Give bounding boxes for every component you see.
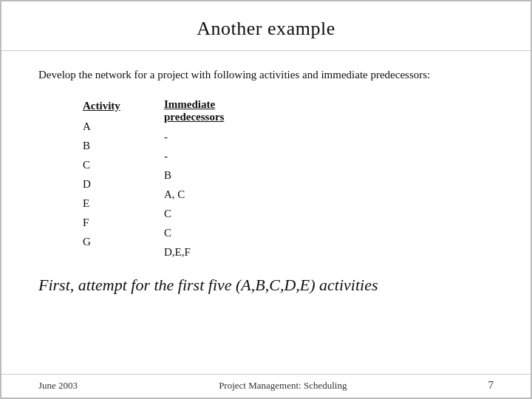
table-row: - [164, 127, 282, 146]
slide-title: Another example [1, 1, 531, 51]
footer-center: Project Management: Scheduling [219, 380, 347, 392]
table-row: F [83, 213, 164, 232]
table-row: E [83, 194, 164, 213]
intro-text: Develop the network for a project with f… [38, 67, 494, 83]
first-five-text: First, attempt for the first five (A,B,C… [38, 275, 494, 296]
footer-page: 7 [488, 379, 494, 392]
table-row: C [83, 155, 164, 174]
slide-footer: June 2003 Project Management: Scheduling… [1, 374, 531, 398]
activity-column: Activity ABCDEFG [83, 96, 164, 262]
slide: Another example Develop the network for … [0, 0, 532, 399]
immediate-col-header: Immediatepredecessors [164, 96, 282, 126]
table-row: A, C [164, 185, 282, 204]
activity-col-header: Activity [83, 96, 164, 115]
immediate-column: Immediatepredecessors --BA, CCCD,E,F [164, 96, 282, 262]
activity-table: Activity ABCDEFG Immediatepredecessors -… [83, 96, 494, 262]
table-row: C [164, 204, 282, 223]
table-row: G [83, 232, 164, 251]
table-row: D,E,F [164, 242, 282, 262]
table-row: D [83, 174, 164, 194]
table-row: C [164, 223, 282, 242]
table-row: B [83, 136, 164, 155]
table-row: - [164, 146, 282, 166]
table-row: B [164, 166, 282, 185]
footer-left: June 2003 [38, 380, 78, 392]
slide-body: Develop the network for a project with f… [1, 51, 531, 374]
table-row: A [83, 117, 164, 136]
